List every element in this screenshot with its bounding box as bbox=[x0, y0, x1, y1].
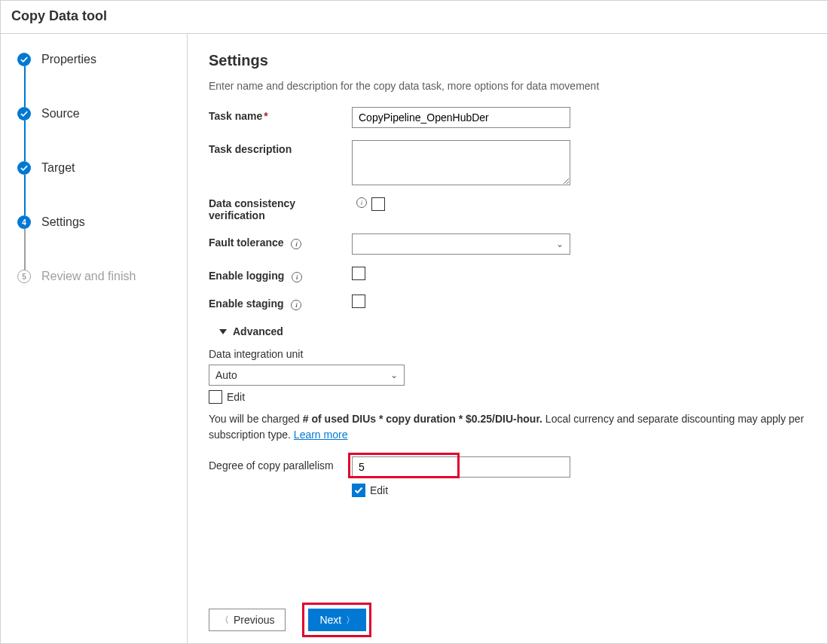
enable-logging-checkbox[interactable] bbox=[352, 267, 365, 280]
info-icon[interactable]: i bbox=[291, 300, 301, 310]
page-title: Settings bbox=[209, 52, 806, 69]
window-title: Copy Data tool bbox=[1, 1, 827, 34]
wizard-footer: 〈 Previous Next 〉 bbox=[209, 600, 806, 643]
diu-edit-checkbox[interactable] bbox=[209, 390, 222, 404]
task-description-label: Task description bbox=[209, 140, 352, 155]
step-label: Settings bbox=[41, 215, 85, 229]
step-label: Review and finish bbox=[41, 270, 136, 283]
step-target[interactable]: Target bbox=[17, 161, 187, 215]
enable-logging-label: Enable logging i bbox=[209, 267, 352, 282]
step-review-finish[interactable]: 5 Review and finish bbox=[17, 270, 187, 283]
checkmark-icon bbox=[17, 53, 31, 66]
chevron-down-icon: ⌄ bbox=[390, 370, 398, 380]
body: Properties Source Target bbox=[1, 34, 827, 643]
previous-button[interactable]: 〈 Previous bbox=[209, 609, 286, 631]
step-label: Source bbox=[41, 107, 80, 121]
step-settings[interactable]: 4 Settings bbox=[17, 215, 187, 270]
settings-content: Settings Enter name and description for … bbox=[188, 34, 827, 643]
copy-data-tool-window: Copy Data tool Properties Source bbox=[0, 0, 828, 644]
step-number-icon: 4 bbox=[17, 215, 31, 229]
data-consistency-label: Data consistency verification bbox=[209, 197, 352, 221]
task-name-input[interactable] bbox=[352, 107, 570, 128]
checkmark-icon bbox=[17, 107, 31, 121]
step-label: Properties bbox=[41, 53, 96, 66]
diu-select[interactable]: Auto ⌄ bbox=[209, 365, 405, 386]
chevron-left-icon: 〈 bbox=[220, 614, 229, 627]
enable-staging-checkbox[interactable] bbox=[352, 295, 365, 308]
edit-label: Edit bbox=[370, 484, 388, 496]
diu-charge-note: You will be charged # of used DIUs * cop… bbox=[209, 411, 806, 443]
info-icon[interactable]: i bbox=[292, 272, 302, 282]
step-properties[interactable]: Properties bbox=[17, 53, 187, 107]
step-source[interactable]: Source bbox=[17, 107, 187, 161]
enable-staging-label: Enable staging i bbox=[209, 295, 352, 310]
chevron-down-icon bbox=[219, 329, 227, 334]
checkmark-icon bbox=[17, 161, 31, 175]
chevron-right-icon: 〉 bbox=[346, 614, 355, 627]
page-subtitle: Enter name and description for the copy … bbox=[209, 80, 806, 92]
parallelism-edit-checkbox[interactable] bbox=[352, 484, 365, 497]
edit-label: Edit bbox=[227, 391, 245, 403]
step-number-icon: 5 bbox=[17, 270, 31, 283]
task-description-input[interactable] bbox=[352, 140, 570, 185]
fault-tolerance-label: Fault tolerance i bbox=[209, 233, 352, 249]
wizard-steps-sidebar: Properties Source Target bbox=[1, 34, 188, 643]
next-button[interactable]: Next 〉 bbox=[308, 609, 366, 631]
advanced-toggle[interactable]: Advanced bbox=[219, 325, 806, 337]
data-consistency-checkbox[interactable] bbox=[371, 197, 385, 211]
parallelism-input[interactable] bbox=[352, 456, 570, 478]
info-icon[interactable]: i bbox=[356, 197, 367, 208]
chevron-down-icon: ⌄ bbox=[556, 239, 564, 249]
info-icon[interactable]: i bbox=[291, 239, 301, 249]
learn-more-link[interactable]: Learn more bbox=[294, 429, 348, 441]
task-name-label: Task name* bbox=[209, 107, 352, 122]
fault-tolerance-select[interactable]: ⌄ bbox=[352, 233, 570, 255]
step-label: Target bbox=[41, 161, 75, 175]
diu-label: Data integration unit bbox=[209, 348, 806, 360]
parallelism-label: Degree of copy parallelism bbox=[209, 456, 352, 472]
